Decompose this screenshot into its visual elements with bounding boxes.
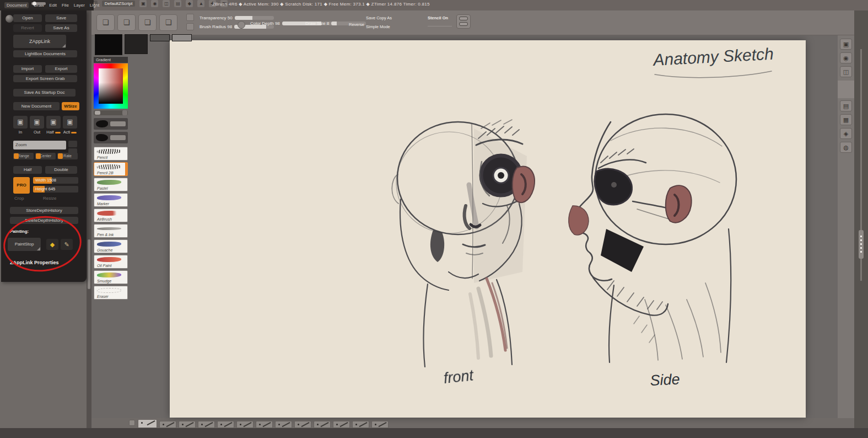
paintstop-strip-slider[interactable] [94,110,128,115]
strip-slider-handle[interactable] [95,111,100,115]
shelf-tool-button-3[interactable]: ❏ [138,14,157,31]
resize-button-disabled[interactable]: Resize [43,196,56,201]
store-depth-history-button[interactable]: StoreDepthHistory [10,207,78,214]
pencil-tab[interactable] [236,421,254,428]
height-slider[interactable]: Height 645 [33,186,78,193]
zoom-actual-icon-button[interactable]: ▣ [63,116,77,129]
half-button[interactable]: Half [13,166,42,174]
save-as-button[interactable]: Save As [45,24,77,32]
secondary-color-swatch[interactable] [125,34,148,54]
titlebar-palette-icon[interactable]: ◫ [163,0,170,7]
gray-swatch-light[interactable] [172,34,192,41]
stencil-mini-slider[interactable] [428,26,452,26]
color-picker[interactable] [94,63,128,109]
titlebar-palette-icon[interactable]: ▣ [139,0,147,7]
pencil-tab[interactable] [333,421,350,428]
pencil-tab[interactable] [275,421,292,428]
menu-item-file[interactable]: File [62,3,69,8]
double-button[interactable]: Double [45,166,77,174]
titlebar-palette-icon[interactable]: ◉ [151,0,158,7]
gradient-header[interactable]: Gradient [94,57,128,63]
brush-preset-card[interactable]: Oil Paint [94,255,128,269]
pencil-tab[interactable] [217,421,234,428]
strip-slider-toggle[interactable] [122,110,127,115]
range-slider[interactable]: Range [13,153,34,159]
reverse-button[interactable]: Reverse [349,22,364,28]
delete-depth-history-button[interactable]: DeleteDepthHistory [10,217,78,224]
zoom-out-icon-button[interactable]: ▣ [30,116,44,129]
default-zscript-button[interactable]: DefaultZScript [102,1,136,7]
brush-preset-card[interactable]: Smudge [94,270,128,284]
zapplink-properties-header[interactable]: ZAppLink Properties [10,260,59,265]
shelf-tool-button-2[interactable]: ❏ [117,14,136,31]
import-button[interactable]: Import [13,65,42,73]
open-button[interactable]: Open [13,14,42,22]
simple-mode-button[interactable]: Simple Mode [366,24,390,30]
pencil-tab[interactable] [352,421,369,428]
right-shelf-button-6[interactable]: ◈ [840,128,852,139]
blender-tool-card[interactable] [94,132,128,143]
shelf-tool-button-1[interactable]: ❏ [96,14,115,31]
brush-preset-card[interactable]: Pencil [94,147,128,161]
export-screen-grab-button[interactable]: Export Screen Grab [13,75,77,82]
right-shelf-button-2[interactable]: ◉ [840,52,852,63]
stroke-widget-icon[interactable] [456,14,471,29]
right-shelf-button-4[interactable]: ▤ [840,100,852,111]
brush-preset-card[interactable]: Gouache [94,239,128,253]
pencil-tab[interactable] [371,421,389,428]
right-shelf-button-5[interactable]: ▦ [840,114,852,125]
crop-button-disabled[interactable]: Crop [14,196,24,201]
menu-item-document[interactable]: Document [4,2,29,8]
right-shelf-button-1[interactable]: ▣ [840,39,852,50]
right-shelf-button-3[interactable]: ◫ [840,66,852,77]
titlebar-palette-icon[interactable]: ▤ [174,0,181,7]
wsize-button[interactable]: WSize [62,102,79,110]
document-paper[interactable]: Anatomy Sketch front Side [170,40,806,418]
export-button[interactable]: Export [45,65,77,73]
menu-item-light[interactable]: Light [90,3,99,8]
pencil-tab-selected[interactable] [138,419,157,428]
color-picker-sv-square[interactable] [99,68,123,104]
rate-slider[interactable]: Rate [57,153,78,159]
pencil-tab[interactable] [314,421,331,428]
brush-preset-card[interactable]: Pastel [94,178,128,191]
pencil-tab[interactable] [198,421,215,428]
revert-button[interactable]: Revert [13,24,42,32]
zoom-half-icon-button[interactable]: ▣ [46,116,61,129]
smudge-tool-card[interactable] [94,118,128,130]
save-button[interactable]: Save [45,14,77,22]
paintstop-brush-icon[interactable]: ✎ [61,239,73,250]
zoom-value-field[interactable]: Zoom [13,141,66,149]
shelf-mini-button-bottom[interactable] [186,23,194,30]
save-as-startup-doc-button[interactable]: Save As Startup Doc [13,89,76,97]
brush-preset-card[interactable]: AirBrush [94,209,128,222]
paintstop-diamond-icon[interactable]: ◆ [46,239,58,250]
zoom-in-icon-button[interactable]: ▣ [13,116,28,129]
shelf-mini-button-top[interactable] [186,14,194,21]
left-tray-divider[interactable] [87,10,91,436]
see-through-slider-handle[interactable] [33,2,36,6]
pencil-tab[interactable] [256,421,273,428]
primary-color-swatch[interactable] [95,34,122,55]
brush-preset-card-selected[interactable]: Pencil 2B [94,162,128,176]
menu-item-edit[interactable]: Edit [49,3,57,8]
brush-preset-card[interactable]: Eraser [94,286,128,300]
pencil-tab[interactable] [159,421,176,428]
pencil-tab[interactable] [294,421,311,428]
gray-swatch-dark[interactable] [150,34,170,41]
zapplink-button[interactable]: ZAppLink [13,35,66,48]
new-document-button[interactable]: New Document [13,102,60,110]
paintstop-button[interactable]: PaintStop [8,238,41,251]
brush-preset-card[interactable]: Marker [94,193,128,207]
pencil-tab[interactable] [179,421,196,428]
see-through-slider[interactable] [31,2,46,5]
tray-grip-handle[interactable] [88,239,90,289]
right-tray-divider[interactable] [854,10,868,438]
pro-toggle-button[interactable]: PRO [13,177,30,194]
bottom-tray-toggle[interactable] [129,420,135,426]
shelf-round-toggle[interactable] [238,21,245,29]
save-copy-button[interactable]: Save Copy As [366,15,392,21]
titlebar-palette-icon[interactable]: ▲ [197,0,204,7]
titlebar-palette-icon[interactable]: ◆ [186,0,193,7]
palette-icon[interactable] [6,15,13,23]
